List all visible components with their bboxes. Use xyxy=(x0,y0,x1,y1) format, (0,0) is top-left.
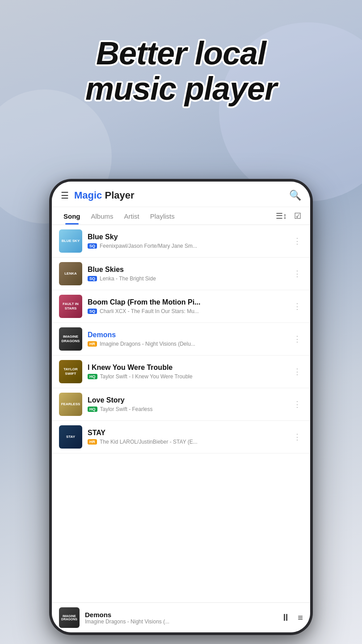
playlist-button[interactable]: ≡ xyxy=(298,613,303,623)
search-icon[interactable]: 🔍 xyxy=(289,190,301,201)
now-playing-artwork: IMAGINE DRAGONS xyxy=(59,607,80,628)
now-playing-artwork-label: IMAGINE DRAGONS xyxy=(59,614,80,622)
now-playing-title: Demons xyxy=(85,611,275,619)
now-playing-artist: Imagine Dragons - Night Visions (... xyxy=(85,619,275,625)
song-meta: HQ Taylor Swift - I Knew You Were Troubl… xyxy=(88,373,286,380)
song-item[interactable]: TAYLOR SWIFT I Knew You Were Trouble HQ … xyxy=(52,356,310,388)
song-meta: SQ Feenixpawl/Jason Forte/Mary Jane Sm..… xyxy=(88,243,286,249)
more-options-icon[interactable]: ⋮ xyxy=(291,365,303,378)
song-info: Demons HR Imagine Dragons - Night Vision… xyxy=(88,331,286,347)
song-artwork: IMAGINE DRAGONS xyxy=(59,327,82,351)
song-title: STAY xyxy=(88,429,286,437)
more-options-icon[interactable]: ⋮ xyxy=(291,332,303,346)
song-title: I Knew You Were Trouble xyxy=(88,364,286,372)
now-playing-bar[interactable]: IMAGINE DRAGONS Demons Imagine Dragons -… xyxy=(52,602,310,632)
song-meta: HR Imagine Dragons - Night Visions (Delu… xyxy=(88,341,286,347)
song-artwork: TAYLOR SWIFT xyxy=(59,360,82,383)
quality-badge: HR xyxy=(88,439,97,445)
tab-song[interactable]: Song xyxy=(59,207,85,225)
song-item[interactable]: LENKA Blue Skies SQ Lenka - The Bright S… xyxy=(52,258,310,290)
song-list: BLUE SKY Blue Sky SQ Feenixpawl/Jason Fo… xyxy=(52,225,310,602)
song-artist: Taylor Swift - I Knew You Were Trouble xyxy=(100,373,193,380)
more-options-icon[interactable]: ⋮ xyxy=(291,267,303,280)
tab-playlists[interactable]: Playlists xyxy=(146,207,179,225)
sort-icon[interactable]: ☰↕ xyxy=(274,209,289,223)
song-info: I Knew You Were Trouble HQ Taylor Swift … xyxy=(88,364,286,380)
song-artwork: STAY xyxy=(59,425,82,449)
song-info: STAY HR The Kid LAROL/JustinBieber - STA… xyxy=(88,429,286,445)
phone-device: ☰ Magic Player 🔍 Song Albums Artist Play… xyxy=(49,179,313,635)
song-item[interactable]: FEARLESS Love Story HQ Taylor Swift - Fe… xyxy=(52,388,310,421)
more-options-icon[interactable]: ⋮ xyxy=(291,300,303,313)
quality-badge: HQ xyxy=(88,407,97,412)
filter-icon[interactable]: ☑ xyxy=(292,209,303,223)
more-options-icon[interactable]: ⋮ xyxy=(291,430,303,444)
song-artwork: FEARLESS xyxy=(59,393,82,416)
more-options-icon[interactable]: ⋮ xyxy=(291,398,303,411)
tab-artist[interactable]: Artist xyxy=(120,207,144,225)
tab-albums[interactable]: Albums xyxy=(87,207,118,225)
song-meta: SQ Charli XCX - The Fault In Our Stars: … xyxy=(88,308,286,314)
artwork-label: IMAGINE DRAGONS xyxy=(59,334,82,344)
song-artist: Charli XCX - The Fault In Our Stars: Mu.… xyxy=(100,308,199,314)
quality-badge: HQ xyxy=(88,374,97,379)
more-options-icon[interactable]: ⋮ xyxy=(291,234,303,248)
song-artwork: FAULT IN STARS xyxy=(59,295,82,318)
song-info: Love Story HQ Taylor Swift - Fearless xyxy=(88,396,286,412)
quality-badge: SQ xyxy=(88,309,97,314)
quality-badge: SQ xyxy=(88,276,97,281)
app-header: ☰ Magic Player 🔍 xyxy=(52,182,310,207)
song-artwork: BLUE SKY xyxy=(59,229,82,253)
artwork-label: BLUE SKY xyxy=(61,238,80,244)
song-info: Blue Skies SQ Lenka - The Bright Side xyxy=(88,266,286,282)
song-title: Blue Sky xyxy=(88,233,286,241)
song-artist: The Kid LAROL/JustinBieber - STAY (E... xyxy=(100,439,198,445)
tab-bar: Song Albums Artist Playlists ☰↕ ☑ xyxy=(52,207,310,225)
artwork-label: FEARLESS xyxy=(60,401,81,407)
song-meta: SQ Lenka - The Bright Side xyxy=(88,275,286,282)
tagline: Better local music player xyxy=(18,36,344,106)
song-title: Boom Clap (From the Motion Pi... xyxy=(88,298,286,306)
song-title: Blue Skies xyxy=(88,266,286,274)
song-artist: Taylor Swift - Fearless xyxy=(100,406,153,412)
song-info: Boom Clap (From the Motion Pi... SQ Char… xyxy=(88,298,286,314)
song-meta: HQ Taylor Swift - Fearless xyxy=(88,406,286,412)
playback-controls: ⏸ ≡ xyxy=(281,612,303,623)
pause-button[interactable]: ⏸ xyxy=(281,612,290,623)
song-item[interactable]: BLUE SKY Blue Sky SQ Feenixpawl/Jason Fo… xyxy=(52,225,310,258)
quality-badge: HR xyxy=(88,341,97,347)
song-title: Demons xyxy=(88,331,286,339)
quality-badge: SQ xyxy=(88,243,97,249)
song-item[interactable]: IMAGINE DRAGONS Demons HR Imagine Dragon… xyxy=(52,323,310,356)
artwork-label: STAY xyxy=(65,434,76,440)
song-artist: Imagine Dragons - Night Visions (Delu... xyxy=(100,341,195,347)
song-meta: HR The Kid LAROL/JustinBieber - STAY (E.… xyxy=(88,439,286,445)
song-info: Blue Sky SQ Feenixpawl/Jason Forte/Mary … xyxy=(88,233,286,249)
menu-icon[interactable]: ☰ xyxy=(61,190,69,201)
now-playing-info: Demons Imagine Dragons - Night Visions (… xyxy=(85,611,275,625)
artwork-label: TAYLOR SWIFT xyxy=(59,366,82,377)
song-item[interactable]: FAULT IN STARS Boom Clap (From the Motio… xyxy=(52,290,310,323)
song-artwork: LENKA xyxy=(59,262,82,285)
artwork-label: FAULT IN STARS xyxy=(59,301,82,311)
artwork-label: LENKA xyxy=(63,271,78,277)
song-item[interactable]: STAY STAY HR The Kid LAROL/JustinBieber … xyxy=(52,421,310,453)
song-title: Love Story xyxy=(88,396,286,404)
song-artist: Feenixpawl/Jason Forte/Mary Jane Sm... xyxy=(100,243,197,249)
app-title: Magic Player xyxy=(74,190,135,201)
song-artist: Lenka - The Bright Side xyxy=(100,275,156,282)
